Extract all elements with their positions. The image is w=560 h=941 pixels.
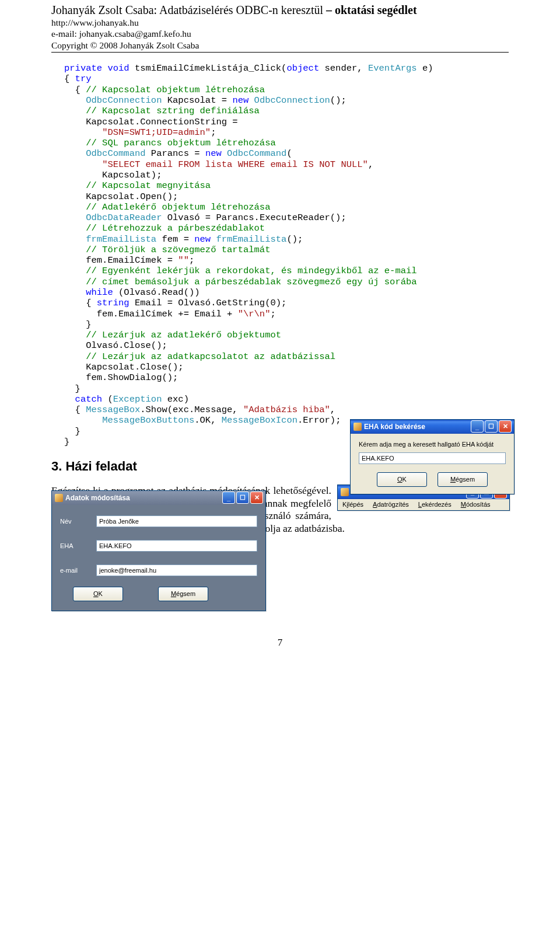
header-site: http://www.johanyak.hu xyxy=(51,17,509,28)
minimize-button[interactable]: _ xyxy=(471,420,484,433)
maximize-button[interactable]: ☐ xyxy=(485,420,498,433)
app-icon xyxy=(55,494,63,502)
header-title-suffix: – oktatási segédlet xyxy=(326,4,417,16)
code-listing: private void tsmiEmailCímekListája_Click… xyxy=(64,63,509,447)
eha-label: Kérem adja meg a keresett hallgató EHA k… xyxy=(359,441,506,448)
name-input[interactable] xyxy=(96,515,257,527)
minimize-button[interactable]: _ xyxy=(222,492,235,504)
close-button[interactable]: ✕ xyxy=(250,492,263,504)
titlebar-eha[interactable]: EHA kód bekérése _ ☐ ✕ xyxy=(351,420,514,434)
email-input[interactable] xyxy=(96,564,257,576)
window-eha-prompt: EHA kód bekérése _ ☐ ✕ Kérem adja meg a … xyxy=(350,419,514,494)
eha-code-input[interactable] xyxy=(359,452,506,464)
header-title-prefix: Johanyák Zsolt Csaba: Adatbáziselérés OD… xyxy=(51,4,323,16)
eha-input[interactable] xyxy=(96,540,257,552)
ok-button[interactable]: OK xyxy=(73,587,123,601)
cancel-button[interactable]: Mégsem xyxy=(438,472,488,487)
header-email: e-mail: johanyak.csaba@gamf.kefo.hu xyxy=(51,28,509,39)
window-modify: Adatok módosítása _ ☐ ✕ Név EHA e-mail xyxy=(51,490,266,611)
cancel-button[interactable]: Mégsem xyxy=(158,587,208,601)
maximize-button[interactable]: ☐ xyxy=(236,492,249,504)
page-header: Johanyák Zsolt Csaba: Adatbáziselérés OD… xyxy=(51,4,509,53)
titlebar-modify[interactable]: Adatok módosítása _ ☐ ✕ xyxy=(52,491,265,505)
header-copyright: Copyright © 2008 Johanyák Zsolt Csaba xyxy=(51,40,509,51)
label-eha: EHA xyxy=(60,542,96,549)
title-modify: Adatok módosítása xyxy=(65,494,222,502)
title-eha: EHA kód bekérése xyxy=(364,423,471,431)
close-button[interactable]: ✕ xyxy=(499,420,512,433)
label-name: Név xyxy=(60,518,96,525)
label-email: e-mail xyxy=(60,567,96,574)
windows-cluster: EHA kód bekérése _ ☐ ✕ Kérem adja meg a … xyxy=(51,490,509,611)
ok-button[interactable]: OK xyxy=(377,472,427,487)
app-icon xyxy=(354,423,362,431)
page-number: 7 xyxy=(51,637,509,649)
